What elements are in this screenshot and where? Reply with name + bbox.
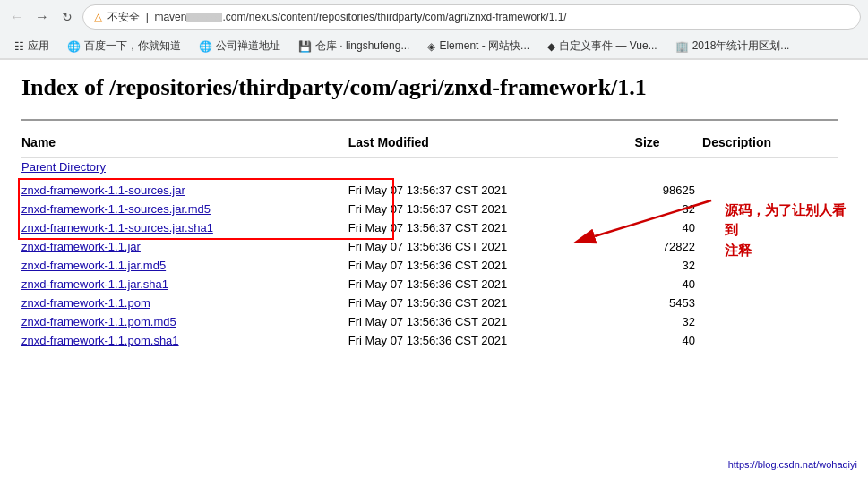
forward-button[interactable]: → bbox=[32, 7, 52, 27]
bookmark-gitlab-label: 仓库 · lingshufeng... bbox=[315, 38, 409, 54]
table-row: znxd-framework-1.1-sources.jar Fri May 0… bbox=[21, 181, 838, 200]
url-text: 不安全 | mavenxxxxxxxx.com/nexus/content/re… bbox=[107, 10, 567, 25]
file-date-cell: Fri May 07 13:56:37 CST 2021 bbox=[348, 181, 621, 200]
bookmark-apps-label: 应用 bbox=[28, 38, 49, 54]
address-bar[interactable]: △ 不安全 | mavenxxxxxxxx.com/nexus/content/… bbox=[82, 4, 861, 30]
bookmark-stats[interactable]: 🏢 2018年统计用区划... bbox=[668, 37, 797, 55]
file-size-cell: 32 bbox=[621, 256, 702, 275]
file-link[interactable]: znxd-framework-1.1-sources.jar bbox=[21, 183, 185, 197]
bookmark-gitlab[interactable]: 💾 仓库 · lingshufeng... bbox=[291, 37, 417, 55]
element-icon: ◈ bbox=[427, 40, 435, 53]
col-last-modified: Last Modified bbox=[348, 132, 621, 158]
bookmarks-bar: ☷ 应用 🌐 百度一下，你就知道 🌐 公司禅道地址 💾 仓库 · lingshu… bbox=[0, 34, 868, 59]
page-title: Index of /repositories/thirdparty/com/ag… bbox=[21, 74, 838, 101]
table-row: znxd-framework-1.1.jar.sha1 Fri May 07 1… bbox=[21, 275, 838, 294]
stats-icon: 🏢 bbox=[675, 40, 689, 53]
file-name-cell: znxd-framework-1.1.jar.sha1 bbox=[21, 275, 348, 294]
file-table: Name Last Modified Size Description Pare… bbox=[21, 132, 838, 350]
parent-directory-cell: Parent Directory bbox=[21, 158, 838, 182]
file-size-cell: 32 bbox=[621, 200, 702, 218]
bookmark-vue-label: 自定义事件 — Vue... bbox=[559, 38, 657, 54]
gitlab-icon: 💾 bbox=[298, 40, 312, 53]
back-button[interactable]: ← bbox=[7, 7, 27, 27]
file-link[interactable]: znxd-framework-1.1.pom bbox=[21, 296, 150, 310]
vue-icon: ◆ bbox=[547, 40, 555, 53]
col-name: Name bbox=[21, 132, 348, 158]
file-name-cell: znxd-framework-1.1.pom.sha1 bbox=[21, 331, 348, 350]
file-date-cell: Fri May 07 13:56:37 CST 2021 bbox=[348, 218, 621, 237]
file-name-cell: znxd-framework-1.1-sources.jar.sha1 bbox=[21, 218, 348, 237]
baidu-icon: 🌐 bbox=[67, 40, 81, 53]
file-date-cell: Fri May 07 13:56:36 CST 2021 bbox=[348, 256, 621, 275]
file-size-cell: 72822 bbox=[621, 237, 702, 256]
file-link[interactable]: znxd-framework-1.1.jar.md5 bbox=[21, 259, 166, 272]
col-description: Description bbox=[702, 132, 838, 158]
file-size-cell: 40 bbox=[621, 218, 702, 237]
bookmark-baidu[interactable]: 🌐 百度一下，你就知道 bbox=[60, 37, 188, 55]
parent-directory-link[interactable]: Parent Directory bbox=[21, 160, 106, 174]
bookmark-stats-label: 2018年统计用区划... bbox=[692, 38, 790, 54]
bookmark-element-label: Element - 网站快... bbox=[439, 38, 529, 54]
file-name-cell: znxd-framework-1.1.jar.md5 bbox=[21, 256, 348, 275]
file-link[interactable]: znxd-framework-1.1.jar bbox=[21, 240, 141, 253]
file-name-cell: znxd-framework-1.1.jar bbox=[21, 237, 348, 256]
table-header-row: Name Last Modified Size Description bbox=[21, 132, 838, 158]
zentao-icon: 🌐 bbox=[199, 40, 212, 53]
file-date-cell: Fri May 07 13:56:36 CST 2021 bbox=[348, 275, 621, 294]
apps-icon: ☷ bbox=[14, 40, 24, 53]
bookmark-vue[interactable]: ◆ 自定义事件 — Vue... bbox=[540, 37, 665, 55]
file-desc-cell bbox=[702, 181, 838, 200]
file-name-cell: znxd-framework-1.1.pom.md5 bbox=[21, 312, 348, 331]
table-row: znxd-framework-1.1.pom.sha1 Fri May 07 1… bbox=[21, 331, 838, 350]
bookmark-element[interactable]: ◈ Element - 网站快... bbox=[420, 37, 537, 55]
browser-chrome: ← → ↻ △ 不安全 | mavenxxxxxxxx.com/nexus/co… bbox=[0, 0, 868, 60]
table-row: znxd-framework-1.1.jar.md5 Fri May 07 13… bbox=[21, 256, 838, 275]
file-size-cell: 40 bbox=[621, 275, 702, 294]
security-icon: △ bbox=[94, 11, 102, 23]
file-size-cell: 98625 bbox=[621, 181, 702, 200]
url-domain: mavenxxxxxxxx.com/nexus/content/reposito… bbox=[154, 11, 566, 23]
file-desc-cell bbox=[702, 312, 838, 331]
file-desc-cell bbox=[702, 331, 838, 350]
file-size-cell: 40 bbox=[621, 331, 702, 350]
file-table-wrapper: Name Last Modified Size Description Pare… bbox=[21, 132, 838, 350]
parent-directory-row: Parent Directory bbox=[21, 158, 838, 182]
file-link[interactable]: znxd-framework-1.1-sources.jar.sha1 bbox=[21, 221, 213, 234]
annotation-text: 源码，为了让别人看到 注释 bbox=[725, 200, 850, 261]
file-link[interactable]: znxd-framework-1.1-sources.jar.md5 bbox=[21, 202, 211, 216]
file-link[interactable]: znxd-framework-1.1.pom.md5 bbox=[21, 315, 176, 328]
table-row: znxd-framework-1.1-sources.jar.md5 Fri M… bbox=[21, 200, 838, 218]
main-layout: Index of /repositories/thirdparty/com/ag… bbox=[0, 60, 868, 364]
annotation-line1: 源码，为了让别人看到 bbox=[725, 202, 846, 238]
bookmark-zentao[interactable]: 🌐 公司禅道地址 bbox=[192, 37, 288, 55]
table-row: znxd-framework-1.1.jar Fri May 07 13:56:… bbox=[21, 237, 838, 256]
file-size-cell: 32 bbox=[621, 312, 702, 331]
col-size: Size bbox=[621, 132, 702, 158]
file-date-cell: Fri May 07 13:56:36 CST 2021 bbox=[348, 331, 621, 350]
bookmark-apps[interactable]: ☷ 应用 bbox=[7, 37, 56, 55]
url-security-label: 不安全 bbox=[107, 11, 140, 23]
annotation-line2: 注释 bbox=[725, 243, 752, 258]
file-name-cell: znxd-framework-1.1-sources.jar bbox=[21, 181, 348, 200]
table-row: znxd-framework-1.1-sources.jar.sha1 Fri … bbox=[21, 218, 838, 237]
file-desc-cell bbox=[702, 294, 838, 312]
file-name-cell: znxd-framework-1.1.pom bbox=[21, 294, 348, 312]
table-row: znxd-framework-1.1.pom.md5 Fri May 07 13… bbox=[21, 312, 838, 331]
table-row: znxd-framework-1.1.pom Fri May 07 13:56:… bbox=[21, 294, 838, 312]
file-link[interactable]: znxd-framework-1.1.jar.sha1 bbox=[21, 277, 168, 291]
file-date-cell: Fri May 07 13:56:36 CST 2021 bbox=[348, 237, 621, 256]
file-date-cell: Fri May 07 13:56:37 CST 2021 bbox=[348, 200, 621, 218]
file-link[interactable]: znxd-framework-1.1.pom.sha1 bbox=[21, 334, 179, 347]
browser-toolbar: ← → ↻ △ 不安全 | mavenxxxxxxxx.com/nexus/co… bbox=[0, 0, 868, 34]
reload-button[interactable]: ↻ bbox=[57, 7, 77, 27]
file-size-cell: 5453 bbox=[621, 294, 702, 312]
file-date-cell: Fri May 07 13:56:36 CST 2021 bbox=[348, 312, 621, 331]
file-desc-cell bbox=[702, 275, 838, 294]
bookmark-baidu-label: 百度一下，你就知道 bbox=[84, 38, 181, 54]
file-name-cell: znxd-framework-1.1-sources.jar.md5 bbox=[21, 200, 348, 218]
file-date-cell: Fri May 07 13:56:36 CST 2021 bbox=[348, 294, 621, 312]
bookmark-zentao-label: 公司禅道地址 bbox=[216, 38, 280, 54]
